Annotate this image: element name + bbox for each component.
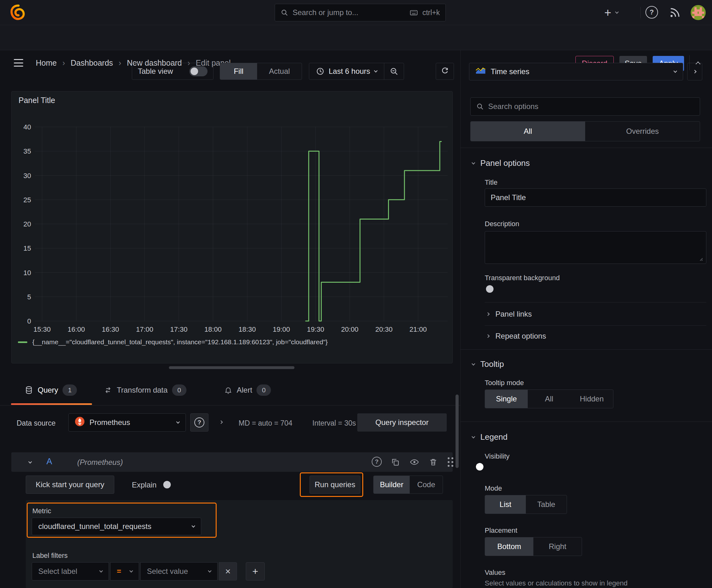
table-view-toggle[interactable] — [189, 66, 208, 76]
panel-links-section[interactable]: Panel links — [487, 310, 532, 318]
svg-text:15:30: 15:30 — [33, 326, 50, 333]
breadcrumb-bar: Home Dashboards New dashboard Edit panel… — [0, 25, 712, 50]
chevron-right-icon — [486, 312, 490, 316]
chart-legend[interactable]: {__name__="cloudflared_tunnel_total_requ… — [18, 338, 328, 346]
repeat-options-label: Repeat options — [495, 332, 546, 340]
select-value-dropdown[interactable]: Select value — [140, 562, 218, 581]
query-help-icon[interactable]: ? — [372, 457, 382, 467]
new-menu-button[interactable]: + — [604, 6, 618, 19]
select-label-dropdown[interactable]: Select label — [32, 562, 109, 581]
chevron-down-icon — [208, 569, 211, 572]
user-avatar[interactable] — [691, 5, 706, 21]
svg-text:16:00: 16:00 — [67, 326, 85, 333]
transform-icon — [104, 386, 112, 395]
label-filters-label: Label filters — [33, 551, 68, 560]
code-option[interactable]: Code — [410, 476, 443, 493]
legend-title: Legend — [480, 432, 508, 442]
panel-title-input[interactable] — [485, 188, 706, 207]
hide-query-icon[interactable] — [409, 457, 419, 467]
panel-description-textarea[interactable] — [485, 231, 706, 264]
question-icon: ? — [649, 8, 654, 16]
toggle-viz-pane-button[interactable] — [687, 63, 702, 80]
datasource-picker[interactable]: Prometheus — [68, 413, 186, 432]
tab-overrides[interactable]: Overrides — [585, 122, 700, 141]
menu-toggle-icon[interactable] — [14, 59, 23, 67]
search-icon — [281, 9, 288, 16]
tab-transform-label: Transform data — [117, 386, 168, 395]
tab-query-label: Query — [38, 386, 58, 395]
legend-visibility-label: Visibility — [485, 452, 510, 460]
horizontal-resize-handle[interactable] — [169, 366, 295, 369]
chevron-down-icon — [472, 435, 475, 438]
collapse-query-icon[interactable] — [28, 460, 32, 463]
metric-select[interactable]: cloudflared_tunnel_total_requests — [32, 518, 201, 535]
global-search-input[interactable] — [293, 8, 405, 17]
tab-alert[interactable]: Alert 0 — [224, 384, 271, 396]
drag-query-handle[interactable] — [448, 457, 453, 467]
legend-section-header[interactable]: Legend — [472, 432, 508, 442]
tooltip-mode-all[interactable]: All — [528, 390, 570, 408]
table-view-label: Table view — [138, 67, 173, 76]
visualization-picker[interactable]: Time series — [469, 63, 683, 80]
metric-label: Metric — [33, 507, 51, 515]
tab-transform-data[interactable]: Transform data 0 — [104, 384, 187, 396]
svg-text:20:30: 20:30 — [375, 326, 392, 333]
tab-all[interactable]: All — [471, 122, 585, 141]
tooltip-mode-single[interactable]: Single — [485, 390, 528, 408]
tooltip-mode-hidden[interactable]: Hidden — [570, 390, 613, 408]
chevron-right-icon — [693, 70, 696, 73]
chevron-down-icon — [129, 569, 133, 572]
legend-placement-right[interactable]: Right — [533, 538, 582, 555]
resize-handle-icon[interactable] — [698, 256, 703, 262]
datasource-help-button[interactable]: ? — [190, 413, 209, 432]
query-row-header[interactable]: A (Prometheus) ? — [11, 452, 453, 472]
delete-query-icon[interactable] — [429, 457, 438, 467]
options-search-box[interactable] — [470, 97, 700, 115]
query-inspector-button[interactable]: Query inspector — [357, 413, 447, 432]
all-overrides-segmented: All Overrides — [470, 121, 700, 141]
legend-mode-list[interactable]: List — [485, 495, 526, 513]
breadcrumb-dashboards[interactable]: Dashboards — [57, 58, 113, 67]
search-shortcut-hint: ctrl+k — [422, 8, 440, 17]
divider — [460, 349, 712, 350]
options-expand-icon[interactable] — [219, 420, 222, 424]
zoom-out-button[interactable] — [384, 63, 404, 80]
refresh-button[interactable] — [436, 63, 454, 80]
svg-text:30: 30 — [24, 172, 31, 180]
explain-label: Explain — [132, 481, 157, 489]
repeat-options-section[interactable]: Repeat options — [487, 332, 546, 340]
remove-filter-button[interactable]: × — [219, 562, 237, 581]
svg-text:20:00: 20:00 — [341, 326, 359, 333]
tooltip-section-header[interactable]: Tooltip — [472, 359, 504, 369]
legend-placement-bottom[interactable]: Bottom — [485, 538, 533, 555]
keyboard-icon — [410, 8, 418, 17]
actual-option[interactable]: Actual — [257, 63, 302, 80]
legend-mode-table[interactable]: Table — [526, 495, 567, 513]
fill-option[interactable]: Fill — [220, 63, 257, 80]
fill-actual-segmented: Fill Actual — [220, 63, 302, 80]
svg-text:18:00: 18:00 — [204, 326, 222, 333]
panel-options-section-header[interactable]: Panel options — [472, 158, 530, 168]
svg-text:25: 25 — [24, 196, 31, 204]
svg-text:17:30: 17:30 — [170, 326, 188, 333]
breadcrumb-home[interactable]: Home — [36, 58, 57, 67]
global-search-box[interactable]: ctrl+k — [275, 4, 446, 21]
options-search-input[interactable] — [488, 102, 694, 111]
add-filter-button[interactable]: + — [246, 562, 265, 581]
visualization-name: Time series — [491, 67, 529, 76]
time-range-label: Last 6 hours — [329, 67, 370, 76]
news-rss-button[interactable] — [669, 6, 681, 19]
operator-dropdown[interactable]: = — [110, 562, 139, 581]
vertical-scrollbar[interactable] — [455, 395, 459, 468]
tab-query[interactable]: Query 1 — [24, 384, 77, 396]
timeseries-chart[interactable]: 051015202530354015:3016:0016:3017:0017:3… — [12, 91, 453, 364]
kick-start-button[interactable]: Kick start your query — [26, 476, 114, 494]
run-queries-button[interactable]: Run queries — [309, 476, 360, 494]
help-button[interactable]: ? — [645, 6, 658, 19]
chevron-down-icon — [176, 420, 179, 423]
builder-option[interactable]: Builder — [373, 476, 410, 493]
time-range-picker[interactable]: Last 6 hours — [309, 63, 384, 80]
duplicate-query-icon[interactable] — [390, 457, 400, 467]
panel-preview: Panel Title 051015202530354015:3016:0016… — [11, 91, 453, 363]
grafana-logo-icon[interactable] — [9, 4, 26, 22]
